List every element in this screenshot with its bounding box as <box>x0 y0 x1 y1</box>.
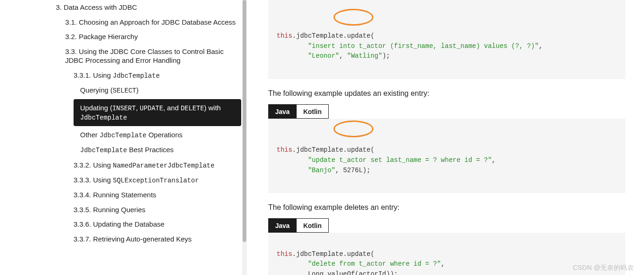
nav-label: 3.2. Package Hierarchy <box>65 33 138 40</box>
nav-label: 3.3.3. Using SQLExceptionTranslator <box>74 176 199 184</box>
nav-item-updating-active[interactable]: Updating (INSERT, UPDATE, and DELETE) wi… <box>74 99 241 126</box>
nav-label: 3.3.7. Retrieving Auto-generated Keys <box>74 235 192 243</box>
code-line: this.jdbcTemplate.update( "insert into t… <box>277 32 542 60</box>
nav-item-named-parameter[interactable]: 3.3.2. Using NamedParameterJdbcTemplate <box>56 158 247 173</box>
nav-item-querying-select[interactable]: Querying (SELECT) <box>56 83 247 98</box>
code-block-delete: this.jdbcTemplate.update( "delete from t… <box>268 233 625 275</box>
nav-label: 3.3. Using the JDBC Core Classes to Cont… <box>65 47 224 65</box>
nav-label: Querying (SELECT) <box>80 86 138 94</box>
nav-item-running-statements[interactable]: 3.3.4. Running Statements <box>56 188 247 202</box>
code-tabs: Java Kotlin <box>268 218 625 233</box>
sidebar-scrollbar-thumb[interactable] <box>243 0 246 242</box>
nav-item-best-practices[interactable]: JdbcTemplate Best Practices <box>56 142 247 157</box>
highlight-ellipse-icon <box>333 9 373 26</box>
highlight-ellipse-icon <box>333 121 373 137</box>
nav-item-running-queries[interactable]: 3.3.5. Running Queries <box>56 202 247 217</box>
tab-kotlin[interactable]: Kotlin <box>297 218 329 233</box>
nav-label: Other JdbcTemplate Operations <box>80 131 183 139</box>
paragraph-delete: The following example deletes an entry: <box>268 203 625 212</box>
nav-item-other-operations[interactable]: Other JdbcTemplate Operations <box>56 127 247 142</box>
nav-item-autogen-keys[interactable]: 3.3.7. Retrieving Auto-generated Keys <box>56 232 247 247</box>
nav-label: 3.3.1. Using JdbcTemplate <box>74 71 160 79</box>
code-tabs: Java Kotlin <box>268 104 625 119</box>
nav-item-package-hierarchy[interactable]: 3.2. Package Hierarchy <box>56 29 247 44</box>
nav-label: 3.3.5. Running Queries <box>74 206 145 214</box>
nav-label: JdbcTemplate Best Practices <box>80 146 174 154</box>
paragraph-update: The following example updates an existin… <box>268 89 625 98</box>
main-content: this.jdbcTemplate.update( "insert into t… <box>247 0 644 275</box>
tab-java[interactable]: Java <box>268 218 297 233</box>
nav-item-core-classes[interactable]: 3.3. Using the JDBC Core Classes to Cont… <box>56 44 247 68</box>
code-line: this.jdbcTemplate.update( "update t_acto… <box>277 146 496 174</box>
tab-java[interactable]: Java <box>268 104 297 119</box>
nav-label: 3.3.2. Using NamedParameterJdbcTemplate <box>74 161 215 169</box>
code-line: this.jdbcTemplate.update( "delete from t… <box>277 250 445 275</box>
nav-item-updating-db[interactable]: 3.3.6. Updating the Database <box>56 217 247 232</box>
code-block-update: this.jdbcTemplate.update( "update t_acto… <box>268 119 625 193</box>
nav-item-sqlexception[interactable]: 3.3.3. Using SQLExceptionTranslator <box>56 173 247 188</box>
nav-item-using-jdbctemplate[interactable]: 3.3.1. Using JdbcTemplate <box>56 68 247 83</box>
sidebar-nav: 3. Data Access with JDBC 3.1. Choosing a… <box>0 0 247 275</box>
nav-item-choosing-approach[interactable]: 3.1. Choosing an Approach for JDBC Datab… <box>56 15 247 30</box>
sidebar-scrollbar-track[interactable] <box>242 0 247 275</box>
nav-label: 3. Data Access with JDBC <box>56 3 137 11</box>
nav-label: 3.3.6. Updating the Database <box>74 220 164 228</box>
nav-label: Updating (INSERT, UPDATE, and DELETE) wi… <box>80 104 221 121</box>
tab-kotlin[interactable]: Kotlin <box>297 104 329 119</box>
code-block-insert: this.jdbcTemplate.update( "insert into t… <box>268 0 625 79</box>
watermark-text: CSDN @无奈的码农 <box>573 264 634 272</box>
nav-item-jdbc[interactable]: 3. Data Access with JDBC <box>56 0 247 15</box>
nav-label: 3.1. Choosing an Approach for JDBC Datab… <box>65 18 236 26</box>
nav-label: 3.3.4. Running Statements <box>74 191 156 199</box>
